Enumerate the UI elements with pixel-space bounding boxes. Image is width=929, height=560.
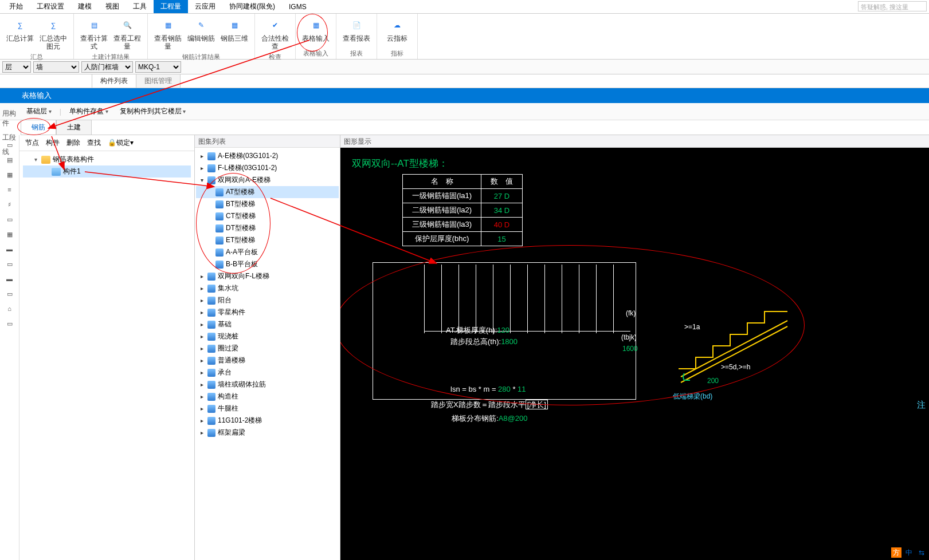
component-tree[interactable]: ▾钢筋表格构件 构件1 bbox=[19, 151, 194, 560]
atlas-tree[interactable]: ▸A-E楼梯(03G101-2)▸F-L楼梯(03G101-2)▾双网双向A-E… bbox=[195, 148, 340, 560]
book-icon bbox=[215, 224, 224, 232]
tab-component-list[interactable]: 构件列表 bbox=[92, 74, 136, 88]
rail-item[interactable]: ≡ bbox=[3, 183, 16, 196]
atlas-item[interactable]: ▸阳台 bbox=[196, 294, 339, 306]
tb-copy-to-floor[interactable]: 复制构件到其它楼层 bbox=[116, 105, 190, 117]
ime-badge[interactable]: 中 bbox=[904, 547, 914, 558]
rebar-3d[interactable]: ▦钢筋三维 bbox=[218, 16, 251, 50]
book-icon bbox=[215, 212, 224, 220]
menu-cloud[interactable]: 云应用 bbox=[188, 0, 222, 13]
status-corner: 方 中 ⇆ bbox=[891, 547, 927, 558]
atlas-item[interactable]: AT型楼梯 bbox=[196, 186, 339, 198]
floor-select[interactable]: 层 bbox=[2, 61, 31, 73]
rail-item[interactable]: ▦ bbox=[3, 168, 16, 181]
view-formula[interactable]: ▤查看计算式 bbox=[77, 16, 111, 50]
book-icon bbox=[207, 333, 215, 341]
tree-item[interactable]: 构件1 bbox=[23, 165, 191, 178]
subtab-rebar[interactable]: 钢筋 bbox=[21, 120, 56, 135]
atlas-item[interactable]: ▸双网双向F-L楼梯 bbox=[196, 270, 339, 282]
side-rail: ▭ ▤ ▦ ≡ ♯ ▭ ▦ ▬ ▭ ▬ ▭ ⌂ ▭ bbox=[0, 135, 19, 560]
book-icon bbox=[207, 345, 215, 353]
rail-item[interactable]: ▭ bbox=[3, 287, 16, 300]
canvas[interactable]: 双网双向--AT型楼梯： 名 称数 值 一级钢筋锚固(la1)27 D 二级钢筋… bbox=[340, 148, 929, 560]
menu-igms[interactable]: IGMS bbox=[282, 1, 313, 13]
view-rebar-qty[interactable]: ▦查看钢筋量 bbox=[151, 16, 185, 50]
ribbon: ∑汇总计算 ∑汇总选中图元 汇总 ▤查看计算式 🔍查看工程量 土建计算结果 ▦查… bbox=[0, 14, 929, 60]
atlas-item[interactable]: A-A平台板 bbox=[196, 246, 339, 258]
menu-collab[interactable]: 协同建模(限免) bbox=[222, 0, 282, 13]
atlas-item[interactable]: ▸圈过梁 bbox=[196, 342, 339, 354]
tb-node[interactable]: 节点 bbox=[23, 137, 41, 149]
atlas-item[interactable]: CT型楼梯 bbox=[196, 210, 339, 222]
atlas-item[interactable]: ET型楼梯 bbox=[196, 234, 339, 246]
menu-proj[interactable]: 工程设置 bbox=[30, 0, 71, 13]
table-input[interactable]: ▦表格输入 bbox=[299, 16, 332, 47]
tb-base-floor[interactable]: 基础层 bbox=[23, 105, 55, 117]
rail-item[interactable]: ♯ bbox=[3, 198, 16, 211]
atlas-item[interactable]: ▸集水坑 bbox=[196, 282, 339, 294]
atlas-item[interactable]: ▸A-E楼梯(03G101-2) bbox=[196, 150, 339, 162]
menu-start[interactable]: 开始 bbox=[2, 0, 30, 13]
atlas-item[interactable]: ▸牛腿柱 bbox=[196, 403, 339, 415]
rail-item[interactable]: ▬ bbox=[3, 273, 16, 285]
menu-model[interactable]: 建模 bbox=[71, 0, 99, 13]
atlas-item[interactable]: BT型楼梯 bbox=[196, 198, 339, 210]
rail-item[interactable]: ⌂ bbox=[3, 302, 16, 315]
help-search[interactable]: 答疑解惑, 搜这里 bbox=[858, 1, 927, 11]
atlas-item[interactable]: ▸基础 bbox=[196, 318, 339, 330]
tb-lock[interactable]: 🔒锁定▾ bbox=[105, 137, 136, 149]
atlas-item[interactable]: ▸框架扁梁 bbox=[196, 427, 339, 439]
atlas-item[interactable]: B-B平台板 bbox=[196, 258, 339, 270]
atlas-item[interactable]: ▸F-L楼梯(03G101-2) bbox=[196, 162, 339, 174]
validity-check[interactable]: ✔合法性检查 bbox=[258, 16, 292, 50]
tb-save-single[interactable]: 单构件存盘 bbox=[66, 105, 112, 117]
rail-item[interactable]: ▦ bbox=[3, 228, 16, 240]
menu-tools[interactable]: 工具 bbox=[126, 0, 154, 13]
side-labels: 用构件工段线 bbox=[0, 107, 19, 159]
tbjk-val: 1600 bbox=[622, 345, 638, 353]
status-badge[interactable]: 方 bbox=[891, 547, 901, 558]
cloud-index[interactable]: ☁云指标 bbox=[381, 16, 414, 47]
comp-select[interactable]: MKQ-1 bbox=[135, 61, 181, 73]
rail-item[interactable]: ▭ bbox=[3, 213, 16, 226]
doc-icon: ▤ bbox=[86, 17, 102, 33]
atlas-item[interactable]: ▸墙柱或砌体拉筋 bbox=[196, 378, 339, 391]
sum-selected[interactable]: ∑汇总选中图元 bbox=[37, 16, 70, 50]
menu-quantity[interactable]: 工程量 bbox=[154, 0, 188, 13]
view-report[interactable]: 📄查看报表 bbox=[340, 16, 373, 47]
tb-find[interactable]: 查找 bbox=[85, 137, 103, 149]
subtab-civil[interactable]: 土建 bbox=[56, 120, 92, 135]
menu-view[interactable]: 视图 bbox=[99, 0, 126, 13]
atlas-item[interactable]: ▸零星构件 bbox=[196, 306, 339, 318]
book-icon bbox=[215, 261, 224, 269]
atlas-item[interactable]: ▸构造柱 bbox=[196, 391, 339, 403]
tree-root[interactable]: ▾钢筋表格构件 bbox=[23, 153, 191, 165]
sigma-icon: ∑ bbox=[12, 17, 28, 33]
tab-drawing-mgr[interactable]: 图纸管理 bbox=[136, 74, 181, 88]
atlas-item[interactable]: ▸现浇桩 bbox=[196, 330, 339, 342]
tb-component[interactable]: 构件 bbox=[44, 137, 62, 149]
atlas-item[interactable]: ▸11G101-2楼梯 bbox=[196, 415, 339, 427]
atlas-item[interactable]: DT型楼梯 bbox=[196, 222, 339, 234]
book-icon bbox=[207, 164, 215, 172]
rail-item[interactable]: ▭ bbox=[3, 317, 16, 330]
atlas-item[interactable]: ▸普通楼梯 bbox=[196, 354, 339, 366]
rail-item[interactable]: ▬ bbox=[3, 243, 16, 255]
atlas-item[interactable]: ▾双网双向A-E楼梯 bbox=[196, 174, 339, 186]
type-select[interactable]: 人防门框墙 bbox=[81, 61, 133, 73]
atlas-item[interactable]: ▸承台 bbox=[196, 366, 339, 378]
sync-icon[interactable]: ⇆ bbox=[916, 547, 927, 558]
wall-select[interactable]: 墙 bbox=[33, 61, 79, 73]
sum-calc[interactable]: ∑汇总计算 bbox=[3, 16, 37, 50]
lsn-label: lsn = bs * m = 280 * 11 bbox=[450, 385, 526, 393]
rail-item[interactable]: ▭ bbox=[3, 258, 16, 270]
folder-icon bbox=[41, 156, 50, 164]
list-icon: ▦ bbox=[160, 17, 176, 33]
book-icon bbox=[207, 417, 215, 425]
menu-bar: 开始 工程设置 建模 视图 工具 工程量 云应用 协同建模(限免) IGMS 答… bbox=[0, 0, 929, 14]
tb-delete[interactable]: 删除 bbox=[64, 137, 83, 149]
book-icon bbox=[207, 309, 215, 317]
view-qty[interactable]: 🔍查看工程量 bbox=[111, 16, 144, 50]
check-icon: ✔ bbox=[267, 17, 283, 33]
edit-rebar[interactable]: ✎编辑钢筋 bbox=[185, 16, 218, 50]
